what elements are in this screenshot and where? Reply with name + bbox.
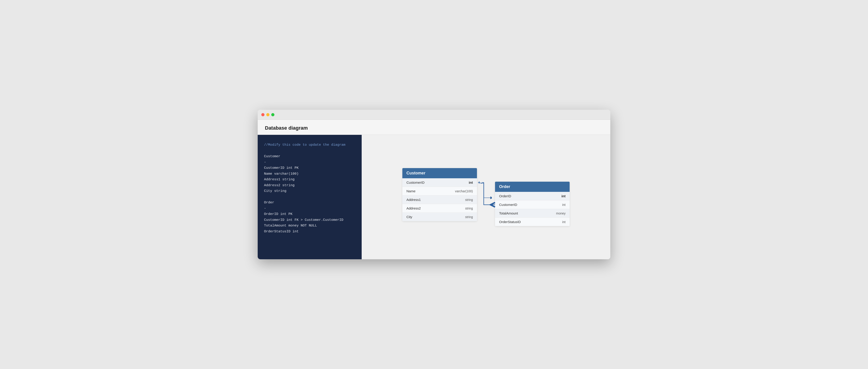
code-line-city: City string bbox=[264, 188, 355, 194]
order-row-customerid: CustomerID int bbox=[495, 200, 569, 209]
customer-row-name: Name varchar(100) bbox=[402, 187, 477, 196]
code-line-dash1: - bbox=[264, 160, 355, 165]
code-line-totalamount: TotalAmount money NOT NULL bbox=[264, 223, 355, 229]
order-row-totalamount: TotalAmount money bbox=[495, 209, 569, 218]
code-line-customerid-fk: CustomerID int FK > Customer.CustomerID bbox=[264, 217, 355, 223]
app-header: Database diagram bbox=[258, 120, 610, 135]
customer-col-name-customerid: CustomerID bbox=[406, 180, 425, 184]
maximize-button[interactable] bbox=[271, 113, 274, 116]
customer-row-customerid: CustomerID int bbox=[402, 178, 477, 187]
plus-sign: + bbox=[480, 182, 482, 184]
code-line-dash2: - bbox=[264, 206, 355, 211]
customer-col-type-city: string bbox=[465, 215, 473, 219]
customer-col-name-address1: Address1 bbox=[406, 198, 421, 202]
code-panel[interactable]: //Modify this code to update the diagram… bbox=[258, 135, 362, 259]
order-table: Order OrderID int CustomerID int TotalAm… bbox=[495, 182, 569, 226]
arrow-head bbox=[490, 196, 492, 199]
code-line-orderstatusid: OrderStatusID int bbox=[264, 229, 355, 235]
customer-col-name-address2: Address2 bbox=[406, 206, 421, 210]
content-area: //Modify this code to update the diagram… bbox=[258, 135, 610, 259]
order-col-type-orderid: int bbox=[561, 194, 565, 198]
customer-col-type-customerid: int bbox=[469, 180, 473, 184]
code-line-address2: Address2 string bbox=[264, 182, 355, 189]
page-title: Database diagram bbox=[265, 125, 603, 131]
customer-row-address2: Address2 string bbox=[402, 204, 477, 213]
customer-row-city: City string bbox=[402, 213, 477, 221]
code-line-orderid: OrderID int PK bbox=[264, 211, 355, 217]
tables-container: Customer CustomerID int Name varchar(100… bbox=[402, 168, 569, 226]
connector-line bbox=[480, 183, 492, 198]
order-col-type-totalamount: money bbox=[556, 211, 565, 215]
order-row-orderid: OrderID int bbox=[495, 192, 569, 200]
code-comment: //Modify this code to update the diagram bbox=[264, 142, 355, 148]
customer-col-type-address2: string bbox=[465, 206, 473, 210]
customer-col-type-name: varchar(100) bbox=[455, 189, 473, 193]
code-line-order: Order bbox=[264, 200, 355, 206]
code-line-address1: Address1 string bbox=[264, 177, 355, 182]
traffic-lights bbox=[261, 113, 274, 116]
customer-table: Customer CustomerID int Name varchar(100… bbox=[402, 168, 477, 221]
customer-row-address1: Address1 string bbox=[402, 196, 477, 204]
customer-table-header: Customer bbox=[402, 168, 477, 178]
code-line-customerid: CustomerID int PK bbox=[264, 165, 355, 171]
code-line-name: Name varchar(100) bbox=[264, 171, 355, 177]
order-col-name-totalamount: TotalAmount bbox=[499, 211, 518, 215]
code-line-customer: Customer bbox=[264, 153, 355, 160]
order-col-name-customerid: CustomerID bbox=[499, 203, 517, 206]
titlebar bbox=[258, 110, 610, 120]
order-table-title: Order bbox=[499, 184, 510, 189]
customer-col-name-city: City bbox=[406, 215, 412, 219]
order-col-name-orderstatusid: OrderStatusID bbox=[499, 220, 521, 224]
order-row-orderstatusid: OrderStatusID int bbox=[495, 218, 569, 226]
order-col-type-customerid: int bbox=[562, 203, 565, 206]
customer-table-title: Customer bbox=[406, 171, 426, 175]
app-window: Database diagram //Modify this code to u… bbox=[258, 110, 610, 259]
diagram-panel: Customer CustomerID int Name varchar(100… bbox=[362, 135, 610, 259]
close-button[interactable] bbox=[261, 113, 265, 116]
customer-col-type-address1: string bbox=[465, 198, 473, 202]
customer-col-name-name: Name bbox=[406, 189, 415, 193]
order-table-header: Order bbox=[495, 182, 569, 192]
order-col-type-orderstatusid: int bbox=[562, 220, 565, 224]
order-col-name-orderid: OrderID bbox=[499, 194, 511, 198]
minimize-button[interactable] bbox=[266, 113, 270, 116]
